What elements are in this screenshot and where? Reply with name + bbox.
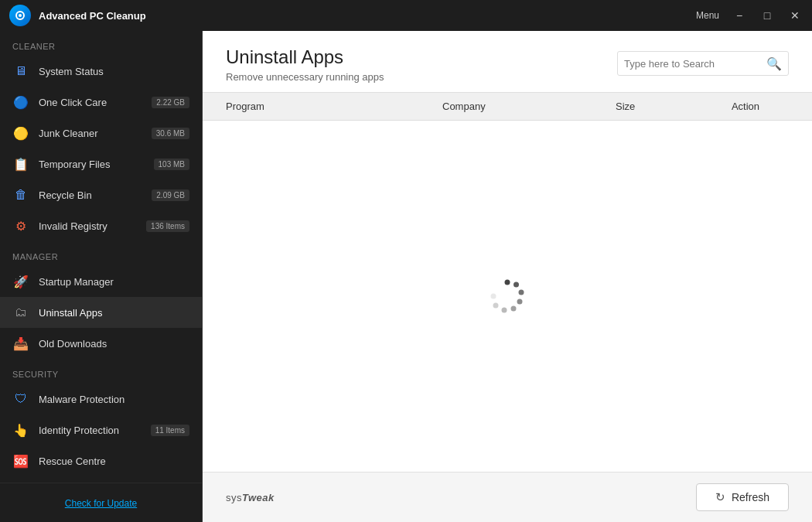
sidebar-item-temporary-files[interactable]: 📋 Temporary Files 103 MB bbox=[0, 148, 202, 179]
content-body bbox=[203, 121, 812, 472]
care-icon: 🔵 bbox=[12, 94, 29, 111]
sidebar-item-invalid-registry[interactable]: ⚙ Invalid Registry 136 Items bbox=[0, 210, 202, 241]
sidebar-label-startup-manager: Startup Manager bbox=[39, 276, 189, 288]
sidebar-item-old-downloads[interactable]: 📥 Old Downloads bbox=[0, 328, 202, 359]
refresh-label: Refresh bbox=[732, 491, 769, 503]
sidebar-label-junk-cleaner: Junk Cleaner bbox=[39, 128, 147, 139]
col-company: Company bbox=[442, 101, 616, 112]
svg-point-6 bbox=[511, 305, 517, 311]
sidebar-footer: Check for Update bbox=[0, 483, 202, 522]
identity-protection-badge: 11 Items bbox=[151, 425, 189, 436]
page-title: Uninstall Apps bbox=[226, 46, 384, 69]
col-program: Program bbox=[226, 101, 442, 112]
brand-text: sysTweak bbox=[226, 492, 275, 503]
table-header: Program Company Size Action bbox=[203, 93, 812, 121]
content-header-top: Uninstall Apps Remove unnecessary runnin… bbox=[226, 46, 789, 83]
registry-icon: ⚙ bbox=[12, 217, 29, 234]
sidebar-label-malware-protection: Malware Protection bbox=[39, 394, 189, 405]
svg-point-4 bbox=[519, 289, 524, 295]
col-action: Action bbox=[702, 101, 789, 112]
sidebar-label-invalid-registry: Invalid Registry bbox=[39, 220, 142, 232]
rescue-icon: 🆘 bbox=[12, 452, 29, 469]
content-title-block: Uninstall Apps Remove unnecessary runnin… bbox=[226, 46, 384, 83]
refresh-icon: ↻ bbox=[715, 490, 725, 504]
sidebar-item-junk-cleaner[interactable]: 🟡 Junk Cleaner 30.6 MB bbox=[0, 118, 202, 148]
sidebar-item-one-click-care[interactable]: 🔵 One Click Care 2.22 GB bbox=[0, 87, 202, 118]
spinner-svg bbox=[486, 275, 528, 317]
search-bar[interactable]: 🔍 bbox=[617, 51, 789, 76]
identity-icon: 👆 bbox=[12, 421, 29, 438]
page-subtitle: Remove unnecessary running apps bbox=[226, 71, 384, 83]
junk-cleaner-badge: 30.6 MB bbox=[152, 128, 189, 139]
recycle-bin-badge: 2.09 GB bbox=[152, 189, 189, 201]
sidebar-label-temporary-files: Temporary Files bbox=[39, 159, 149, 170]
sidebar-item-malware-protection[interactable]: 🛡 Malware Protection bbox=[0, 384, 202, 415]
sidebar-label-recycle-bin: Recycle Bin bbox=[39, 189, 147, 201]
sidebar-item-system-status[interactable]: 🖥 System Status bbox=[0, 56, 202, 87]
downloads-icon: 📥 bbox=[12, 335, 29, 352]
sidebar-item-uninstall-apps[interactable]: 🗂 Uninstall Apps bbox=[0, 297, 202, 328]
title-bar: Advanced PC Cleanup Menu − □ ✕ bbox=[0, 0, 812, 31]
startup-icon: 🚀 bbox=[12, 273, 29, 290]
brand-prefix: sys bbox=[226, 492, 242, 503]
junk-icon: 🟡 bbox=[12, 125, 29, 142]
sidebar-label-old-downloads: Old Downloads bbox=[39, 338, 189, 350]
search-icon[interactable]: 🔍 bbox=[766, 56, 782, 71]
temporary-files-badge: 103 MB bbox=[154, 159, 189, 170]
uninstall-icon: 🗂 bbox=[12, 304, 29, 321]
brand-bold: Tweak bbox=[242, 492, 275, 503]
sidebar-section-security: Security bbox=[0, 359, 202, 384]
app-body: Cleaner 🖥 System Status 🔵 One Click Care… bbox=[0, 31, 812, 522]
minimize-button[interactable]: − bbox=[732, 9, 747, 22]
svg-point-1 bbox=[19, 14, 22, 17]
temp-icon: 📋 bbox=[12, 155, 29, 172]
content-header: Uninstall Apps Remove unnecessary runnin… bbox=[203, 31, 812, 93]
malware-icon: 🛡 bbox=[12, 391, 29, 408]
svg-point-5 bbox=[517, 299, 523, 304]
sidebar-item-startup-manager[interactable]: 🚀 Startup Manager bbox=[0, 266, 202, 297]
app-logo bbox=[9, 5, 31, 26]
svg-point-9 bbox=[491, 293, 496, 299]
one-click-care-badge: 2.22 GB bbox=[152, 97, 189, 108]
sidebar-section-manager: Manager bbox=[0, 241, 202, 266]
loading-spinner bbox=[486, 275, 528, 317]
refresh-button[interactable]: ↻ Refresh bbox=[696, 483, 789, 511]
content-area: Uninstall Apps Remove unnecessary runnin… bbox=[203, 31, 812, 522]
sidebar-label-rescue-centre: Rescue Centre bbox=[39, 455, 189, 467]
invalid-registry-badge: 136 Items bbox=[146, 220, 189, 232]
svg-point-8 bbox=[493, 302, 499, 308]
sidebar-section-cleaner: Cleaner bbox=[0, 31, 202, 56]
sidebar: Cleaner 🖥 System Status 🔵 One Click Care… bbox=[0, 31, 203, 522]
sidebar-label-system-status: System Status bbox=[39, 66, 189, 77]
sidebar-item-identity-protection[interactable]: 👆 Identity Protection 11 Items bbox=[0, 415, 202, 445]
sidebar-label-identity-protection: Identity Protection bbox=[39, 425, 146, 436]
menu-button[interactable]: Menu bbox=[696, 10, 719, 21]
monitor-icon: 🖥 bbox=[12, 63, 29, 80]
col-size: Size bbox=[616, 101, 702, 112]
svg-point-3 bbox=[513, 281, 519, 287]
close-button[interactable]: ✕ bbox=[787, 9, 803, 22]
sidebar-label-one-click-care: One Click Care bbox=[39, 97, 147, 108]
check-for-update-link[interactable]: Check for Update bbox=[65, 498, 137, 509]
search-input[interactable] bbox=[624, 58, 763, 70]
maximize-button[interactable]: □ bbox=[759, 9, 775, 22]
sidebar-item-rescue-centre[interactable]: 🆘 Rescue Centre bbox=[0, 445, 202, 476]
window-controls: Menu − □ ✕ bbox=[696, 9, 803, 22]
content-footer: sysTweak ↻ Refresh bbox=[203, 472, 812, 522]
svg-point-2 bbox=[505, 279, 510, 285]
svg-point-7 bbox=[502, 307, 507, 312]
app-title: Advanced PC Cleanup bbox=[39, 10, 696, 22]
recycle-icon: 🗑 bbox=[12, 186, 29, 203]
sidebar-label-uninstall-apps: Uninstall Apps bbox=[39, 307, 189, 319]
sidebar-item-recycle-bin[interactable]: 🗑 Recycle Bin 2.09 GB bbox=[0, 179, 202, 210]
